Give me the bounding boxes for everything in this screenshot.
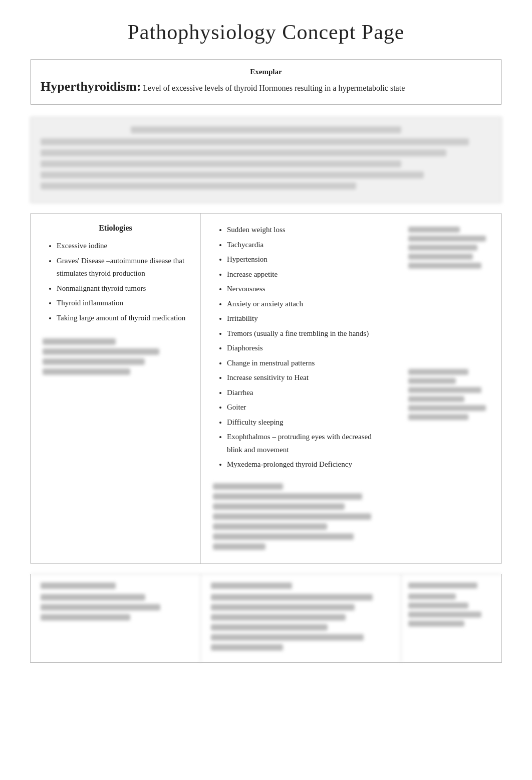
list-item: Increase sensitivity to Heat [227,371,389,384]
bottom-left-col [31,574,201,662]
list-item: Tachycardia [227,239,389,252]
blurred-pathophysiology-section [30,117,502,203]
exemplar-box: Exemplar Hyperthyroidism: Level of exces… [30,59,502,105]
list-item: Tremors (usually a fine trembling in the… [227,327,389,340]
bottom-middle-col [201,574,401,662]
list-item: Difficulty sleeping [227,416,389,429]
list-item: Sudden weight loss [227,224,389,237]
list-item: Anxiety or anxiety attach [227,298,389,311]
list-item: Taking large amount of thyroid medicatio… [57,312,188,325]
right-column [401,214,501,563]
right-blurred-content [408,227,494,269]
exemplar-content: Hyperthyroidism: Level of excessive leve… [41,79,491,94]
list-item: Graves' Disease –autoimmune disease that… [57,255,188,280]
exemplar-description: Level of excessive levels of thyroid Hor… [143,84,405,92]
left-blurred-bottom [43,338,188,378]
symptoms-list: Sudden weight loss Tachycardia Hypertens… [213,224,389,471]
list-item: Nervousness [227,283,389,296]
symptoms-column: Sudden weight loss Tachycardia Hypertens… [201,214,401,563]
exemplar-label: Exemplar [41,68,491,76]
bottom-right-col [401,574,501,662]
list-item: Thyroid inflammation [57,297,188,310]
middle-blurred-bottom [213,483,389,550]
list-item: Excessive iodine [57,240,188,253]
etiologies-title: Etiologies [43,224,188,233]
exemplar-condition: Hyperthyroidism: [41,79,141,94]
list-item: Nonmalignant thyroid tumors [57,282,188,295]
list-item: Increase appetite [227,268,389,281]
list-item: Myxedema-prolonged thyroid Deficiency [227,458,389,471]
etiologies-column: Etiologies Excessive iodine Graves' Dise… [31,214,201,563]
list-item: Diarrhea [227,386,389,400]
page-title: Pathophysiology Concept Page [30,20,502,44]
etiologies-list: Excessive iodine Graves' Disease –autoim… [43,240,188,326]
main-content-row: Etiologies Excessive iodine Graves' Dise… [30,213,502,564]
list-item: Change in menstrual patterns [227,357,389,370]
list-item: Hypertension [227,253,389,266]
list-item: Irritability [227,312,389,325]
list-item: Exophthalmos – protruding eyes with decr… [227,431,389,456]
right-blurred-content-2 [408,369,494,420]
list-item: Diaphoresis [227,342,389,355]
list-item: Goiter [227,401,389,414]
bottom-row [30,574,502,663]
